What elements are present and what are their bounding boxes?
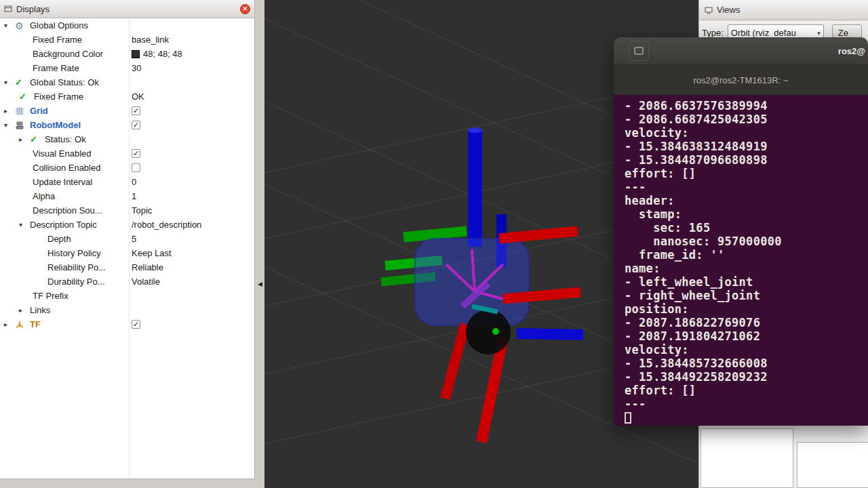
row-value bbox=[132, 317, 140, 331]
panel-splitter[interactable] bbox=[256, 0, 264, 488]
tree-row-history-policy[interactable]: History Policy Keep Last bbox=[0, 246, 254, 260]
expand-arrow-icon[interactable]: ▾ bbox=[4, 79, 15, 86]
terminal-line: - left_wheel_joint bbox=[625, 275, 868, 289]
terminal-line: --- bbox=[625, 397, 868, 411]
tree-row-description-source[interactable]: Description Sou... Topic bbox=[0, 203, 254, 218]
tree-row-depth[interactable]: Depth 5 bbox=[0, 232, 254, 246]
tree-row-status-ok[interactable]: ▸ ✓ Status: Ok bbox=[0, 132, 254, 146]
tree-row-tf-prefix[interactable]: TF Prefix bbox=[0, 289, 254, 303]
expand-arrow-icon[interactable]: ▸ bbox=[4, 107, 15, 115]
value-text: 0 bbox=[132, 177, 136, 187]
row-label: History Policy bbox=[47, 248, 101, 258]
expand-arrow-icon[interactable]: ▸ bbox=[19, 136, 30, 143]
expand-arrow-icon[interactable]: ▾ bbox=[4, 121, 15, 129]
grid-enabled-checkbox[interactable] bbox=[132, 106, 140, 115]
terminal-body[interactable]: - 2086.6637576389994- 2086.6687425042305… bbox=[614, 95, 868, 426]
terminal-line: - 15.384638312484919 bbox=[625, 140, 868, 153]
views-titlebar[interactable]: Views bbox=[699, 0, 868, 20]
row-label: TF Prefix bbox=[33, 291, 68, 301]
tree-row-description-topic[interactable]: ▾ Description Topic /robot_description bbox=[0, 218, 254, 232]
close-icon[interactable]: ✕ bbox=[240, 4, 250, 14]
value-text: Reliable bbox=[132, 262, 163, 272]
zero-button-label: Ze bbox=[838, 28, 848, 38]
status-ok-icon: ✓ bbox=[15, 77, 30, 87]
tree-row-robotmodel[interactable]: ▾ RobotModel bbox=[0, 118, 254, 132]
view-type-value: Orbit (rviz_defau bbox=[731, 28, 796, 38]
rviz-window: Displays ✕ ▾ ⚙ Global Options Fixed Fram… bbox=[0, 0, 868, 488]
value-text: base_link bbox=[132, 35, 169, 45]
row-label: Durability Po... bbox=[47, 277, 105, 287]
terminal-line: - 2086.6687425042305 bbox=[625, 113, 868, 126]
visual-enabled-checkbox[interactable] bbox=[132, 149, 140, 158]
views-list[interactable] bbox=[701, 428, 793, 488]
tree-row-background-color[interactable]: Background Color 48; 48; 48 bbox=[0, 47, 254, 61]
gear-icon: ⚙ bbox=[15, 20, 30, 31]
terminal-line: - 2086.6637576389994 bbox=[625, 99, 868, 113]
row-value[interactable]: /robot_description bbox=[132, 218, 201, 232]
views-list-secondary[interactable] bbox=[797, 442, 868, 488]
terminal-tab[interactable]: ros2@ros2-TM1613R: ~ bbox=[694, 75, 789, 85]
terminal-line: --- bbox=[625, 180, 868, 194]
row-label: Links bbox=[30, 305, 50, 315]
tree-row-links[interactable]: ▸ Links bbox=[0, 303, 254, 317]
tree-row-global-options[interactable]: ▾ ⚙ Global Options bbox=[0, 18, 254, 33]
row-label: RobotModel bbox=[30, 120, 81, 130]
row-value[interactable]: Topic bbox=[132, 203, 152, 218]
terminal-title-text: ros2@ bbox=[838, 46, 865, 56]
row-label: Reliability Po... bbox=[47, 262, 106, 272]
row-value[interactable]: 1 bbox=[132, 189, 136, 203]
new-tab-icon bbox=[634, 47, 644, 55]
new-tab-button[interactable] bbox=[629, 41, 649, 61]
row-label: Fixed Frame bbox=[33, 35, 82, 45]
row-value[interactable]: 30 bbox=[132, 61, 141, 75]
row-value[interactable]: 48; 48; 48 bbox=[132, 47, 182, 61]
row-label: Background Color bbox=[33, 49, 103, 59]
tree-row-visual-enabled[interactable]: Visual Enabled bbox=[0, 146, 254, 161]
collision-enabled-checkbox[interactable] bbox=[132, 163, 140, 172]
splitter-collapse-arrow[interactable]: ◀ bbox=[256, 278, 264, 290]
robotmodel-enabled-checkbox[interactable] bbox=[132, 121, 140, 129]
tree-row-global-status[interactable]: ▾ ✓ Global Status: Ok bbox=[0, 75, 254, 89]
value-text: 48; 48; 48 bbox=[143, 49, 182, 59]
tree-row-fixed-frame-status[interactable]: ✓ Fixed Frame OK bbox=[0, 89, 254, 104]
terminal-line: velocity: bbox=[625, 126, 868, 140]
displays-titlebar[interactable]: Displays ✕ bbox=[0, 0, 254, 18]
grid-icon bbox=[15, 106, 30, 116]
views-panel-icon bbox=[705, 6, 713, 14]
tree-row-alpha[interactable]: Alpha 1 bbox=[0, 189, 254, 203]
row-value[interactable]: Reliable bbox=[132, 260, 163, 274]
tree-row-collision-enabled[interactable]: Collision Enabled bbox=[0, 161, 254, 175]
tree-row-update-interval[interactable]: Update Interval 0 bbox=[0, 175, 254, 189]
expand-arrow-icon[interactable]: ▾ bbox=[4, 22, 15, 29]
row-label: Fixed Frame bbox=[34, 92, 83, 102]
row-value[interactable]: 0 bbox=[132, 175, 136, 189]
row-value[interactable]: 5 bbox=[132, 232, 136, 246]
row-value[interactable]: Keep Last bbox=[132, 246, 172, 260]
expand-arrow-icon[interactable]: ▸ bbox=[4, 321, 15, 328]
row-value[interactable]: base_link bbox=[132, 33, 169, 47]
tree-row-frame-rate[interactable]: Frame Rate 30 bbox=[0, 61, 254, 75]
displays-panel-title: Displays bbox=[16, 4, 240, 14]
row-label: Update Interval bbox=[33, 177, 92, 187]
terminal-line: - right_wheel_joint bbox=[625, 289, 868, 302]
tree-row-fixed-frame[interactable]: Fixed Frame base_link bbox=[0, 33, 254, 47]
tf-enabled-checkbox[interactable] bbox=[132, 320, 140, 329]
expand-arrow-icon[interactable]: ▸ bbox=[19, 306, 30, 314]
tree-row-grid[interactable]: ▸ Grid bbox=[0, 104, 254, 118]
status-ok-icon: ✓ bbox=[30, 134, 45, 144]
terminal-line: sec: 165 bbox=[625, 221, 868, 235]
terminal-line: effort: [] bbox=[625, 167, 868, 180]
value-text: Keep Last bbox=[132, 248, 172, 258]
tree-row-durability-policy[interactable]: Durability Po... Volatile bbox=[0, 274, 254, 289]
tree-row-tf[interactable]: ▸ TF bbox=[0, 317, 254, 331]
tree-row-reliability-policy[interactable]: Reliability Po... Reliable bbox=[0, 260, 254, 274]
views-panel-title: Views bbox=[717, 5, 740, 15]
terminal-line: position: bbox=[625, 302, 868, 316]
row-label: Grid bbox=[30, 106, 48, 116]
value-text: /robot_description bbox=[132, 220, 201, 230]
expand-arrow-icon[interactable]: ▾ bbox=[19, 221, 30, 228]
terminal-titlebar[interactable]: ros2@ bbox=[614, 37, 868, 64]
row-label: Alpha bbox=[33, 191, 55, 201]
panel-window-icon bbox=[4, 5, 12, 13]
row-value[interactable]: Volatile bbox=[132, 274, 160, 289]
